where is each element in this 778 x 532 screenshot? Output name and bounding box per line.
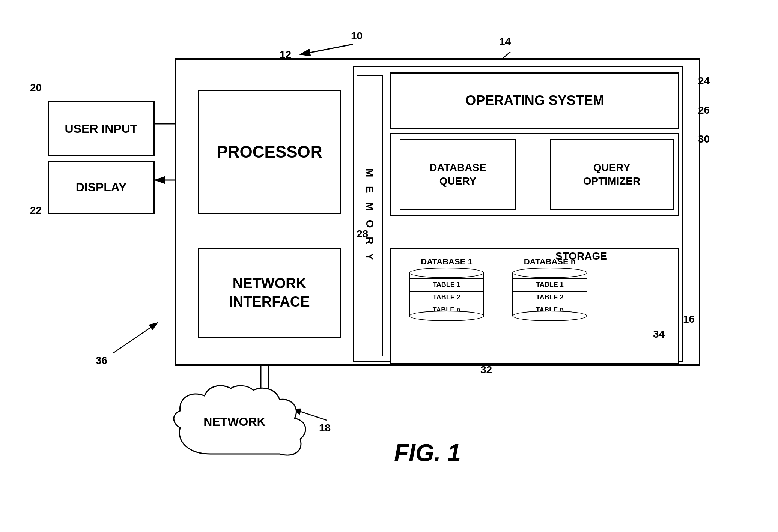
ref-12: 12 bbox=[280, 49, 291, 61]
cloud-svg: NETWORK bbox=[165, 383, 338, 476]
ref-20: 20 bbox=[30, 82, 42, 94]
processor-label: PROCESSOR bbox=[217, 141, 322, 162]
display-label: DISPLAY bbox=[76, 180, 127, 195]
ref-26: 26 bbox=[698, 104, 710, 116]
network-interface-label: NETWORK INTERFACE bbox=[229, 274, 310, 311]
ref-16: 16 bbox=[683, 313, 695, 325]
ref-28: 28 bbox=[357, 228, 368, 240]
network-cloud: NETWORK bbox=[165, 383, 338, 476]
ref-32: 32 bbox=[480, 364, 492, 376]
ref-22: 22 bbox=[30, 204, 42, 216]
dbn-table2: TABLE 2 bbox=[513, 291, 587, 304]
os-label: OPERATING SYSTEM bbox=[465, 92, 604, 110]
user-input-label: USER INPUT bbox=[65, 121, 138, 137]
ref-14: 14 bbox=[499, 36, 511, 48]
query-optimizer-box: QUERY OPTIMIZER bbox=[550, 139, 674, 210]
processor-box: PROCESSOR bbox=[198, 90, 341, 214]
databasen-group: DATABASE n TABLE 1 TABLE 2 TABLE n bbox=[507, 257, 593, 321]
memory-label-text: M E M O R Y bbox=[363, 168, 376, 263]
ref-30: 30 bbox=[698, 133, 710, 145]
dbn-title: DATABASE n bbox=[524, 257, 576, 267]
ref-10: 10 bbox=[351, 30, 363, 42]
database1-group: DATABASE 1 TABLE 1 TABLE 2 TABLE n bbox=[403, 257, 490, 321]
db1-cylinder: TABLE 1 TABLE 2 TABLE n bbox=[409, 268, 484, 321]
ref-24: 24 bbox=[698, 75, 710, 87]
operating-system-box: OPERATING SYSTEM bbox=[390, 72, 679, 129]
db1-table1: TABLE 1 bbox=[410, 278, 483, 291]
db1-title: DATABASE 1 bbox=[421, 257, 472, 267]
dbn-table1: TABLE 1 bbox=[513, 278, 587, 291]
svg-text:NETWORK: NETWORK bbox=[203, 415, 265, 428]
query-opt-label: QUERY OPTIMIZER bbox=[583, 161, 640, 188]
svg-line-25 bbox=[113, 323, 158, 353]
ref-36: 36 bbox=[96, 355, 107, 367]
dbn-cylinder: TABLE 1 TABLE 2 TABLE n bbox=[512, 268, 587, 321]
figure-label: FIG. 1 bbox=[394, 439, 461, 467]
db1-table2: TABLE 2 bbox=[410, 291, 483, 304]
user-input-box: USER INPUT bbox=[48, 101, 155, 156]
display-box: DISPLAY bbox=[48, 161, 155, 214]
ref-34: 34 bbox=[653, 328, 665, 340]
memory-label-box: M E M O R Y bbox=[357, 75, 383, 356]
svg-line-2 bbox=[300, 44, 353, 54]
db-query-label: DATABASE QUERY bbox=[429, 161, 486, 188]
diagram: M E M O R Y OPERATING SYSTEM DATABASE QU… bbox=[0, 0, 778, 532]
database-query-box: DATABASE QUERY bbox=[400, 139, 516, 210]
network-interface-box: NETWORK INTERFACE bbox=[198, 248, 341, 338]
ref-18: 18 bbox=[319, 422, 331, 434]
